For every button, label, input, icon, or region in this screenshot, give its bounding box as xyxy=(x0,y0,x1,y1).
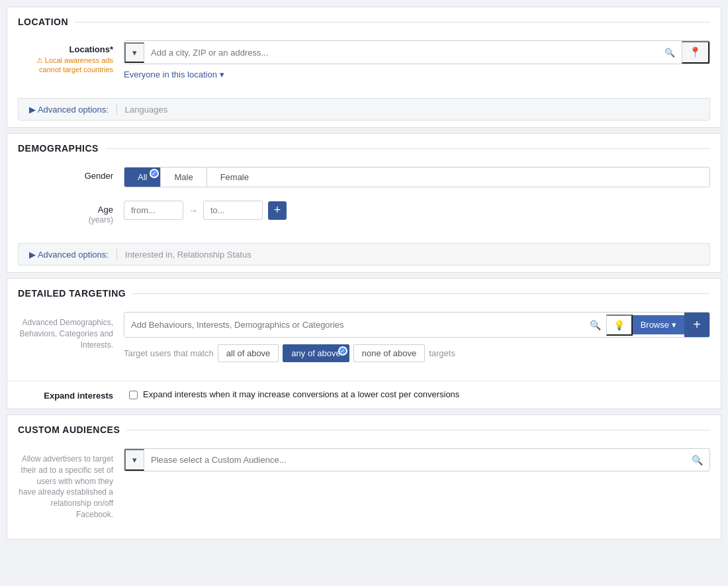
targeting-browse-btn[interactable]: Browse ▾ xyxy=(633,315,684,334)
expand-interests-text: Expand interests when it may increase co… xyxy=(143,389,459,399)
location-advanced-options-bar: ▶ Advanced options: Languages xyxy=(18,98,710,121)
match-none-btn[interactable]: none of above xyxy=(353,344,425,362)
age-content: → + xyxy=(124,201,710,220)
targeting-search-row: 🔍 💡 Browse ▾ + xyxy=(124,312,710,338)
targeting-add-icon: + xyxy=(693,317,701,332)
location-pin-btn[interactable]: 📍 xyxy=(682,41,709,64)
gender-label: Gender xyxy=(18,167,124,181)
match-all-label: all of above xyxy=(226,348,271,358)
custom-audiences-content: ▾ 🔍 xyxy=(124,448,710,471)
match-any-label: any of above xyxy=(291,348,340,358)
custom-audiences-section-title: CUSTOM AUDIENCES xyxy=(18,424,120,435)
age-add-btn[interactable]: + xyxy=(268,201,287,220)
location-search-icon: 🔍 xyxy=(658,44,682,62)
location-advanced-divider xyxy=(116,104,117,115)
everyone-label: Everyone in this location xyxy=(124,70,217,79)
detailed-targeting-divider xyxy=(132,293,710,294)
age-from-input[interactable] xyxy=(124,201,183,220)
location-label: Locations* ⚠ Local awareness ads cannot … xyxy=(18,40,124,75)
location-section-title: LOCATION xyxy=(18,17,68,27)
demographics-advanced-text: Interested in, Relationship Status xyxy=(125,250,251,260)
check-badge: ✓ xyxy=(150,169,159,178)
expand-interests-label: Expand interests xyxy=(18,389,124,401)
age-label: Age (years) xyxy=(18,201,124,224)
location-dropdown-btn[interactable]: ▾ xyxy=(124,42,144,63)
targeting-add-btn[interactable]: + xyxy=(684,313,709,337)
browse-arrow-icon: ▾ xyxy=(672,320,676,330)
expand-interests-content: Expand interests when it may increase co… xyxy=(129,389,459,399)
gender-group: ✓ All Male Female xyxy=(124,167,710,187)
gender-male-btn[interactable]: Male xyxy=(161,168,206,187)
demographics-divider xyxy=(105,148,710,149)
custom-audiences-divider xyxy=(126,430,710,430)
location-divider xyxy=(75,22,710,23)
detailed-targeting-content: 🔍 💡 Browse ▾ + Target users that match xyxy=(124,312,710,362)
gender-content: ✓ All Male Female xyxy=(124,167,710,187)
custom-audience-input-row: ▾ 🔍 xyxy=(124,448,710,471)
everyone-in-location-link[interactable]: Everyone in this location ▾ xyxy=(124,70,224,79)
match-any-checkbadge: ✓ xyxy=(338,346,347,356)
demographics-section-title: DEMOGRAPHICS xyxy=(18,143,99,154)
demographics-advanced-divider xyxy=(116,249,117,260)
targeting-bulb-btn[interactable]: 💡 xyxy=(606,315,633,336)
custom-audience-dropdown-btn[interactable]: ▾ xyxy=(124,449,144,471)
detailed-targeting-label: Advanced Demographics, Behaviors, Catego… xyxy=(18,312,124,350)
age-add-icon: + xyxy=(274,203,281,217)
location-warning: ⚠ Local awareness ads cannot target coun… xyxy=(18,56,113,75)
demographics-advanced-link-label: ▶ Advanced options: xyxy=(29,250,109,260)
match-label: Target users that match xyxy=(124,348,214,358)
detailed-targeting-section-title: DETAILED TARGETING xyxy=(18,288,126,299)
location-advanced-text: Languages xyxy=(125,105,167,115)
custom-audience-dropdown-arrow: ▾ xyxy=(132,455,137,465)
browse-label: Browse xyxy=(641,320,669,330)
custom-audiences-label: Allow advertisers to target their ad to … xyxy=(18,448,124,520)
targeting-search-icon: 🔍 xyxy=(584,315,606,336)
location-input-area: ▾ 🔍 📍 Everyone in this location ▾ xyxy=(124,40,710,79)
location-advanced-link-label: ▶ Advanced options: xyxy=(29,105,109,115)
expand-interests-checkbox[interactable] xyxy=(129,391,138,399)
target-match-row: Target users that match all of above ✓ a… xyxy=(124,344,710,362)
everyone-arrow: ▾ xyxy=(220,70,224,79)
targeting-search-input[interactable] xyxy=(124,315,584,335)
gender-all-btn[interactable]: ✓ All xyxy=(124,168,161,187)
targets-text: targets xyxy=(429,348,455,358)
location-input-row: ▾ 🔍 📍 xyxy=(124,40,710,64)
demographics-advanced-options-bar: ▶ Advanced options: Interested in, Relat… xyxy=(18,243,710,266)
location-dropdown-arrow: ▾ xyxy=(132,48,137,58)
age-to-input[interactable] xyxy=(203,201,263,220)
match-any-btn[interactable]: ✓ any of above xyxy=(283,344,349,362)
match-all-btn[interactable]: all of above xyxy=(218,344,279,362)
expand-interests-row: Expand interests Expand interests when i… xyxy=(7,381,721,409)
gender-female-btn[interactable]: Female xyxy=(207,168,262,187)
match-none-label: none of above xyxy=(362,348,416,358)
location-advanced-options-link[interactable]: ▶ Advanced options: xyxy=(29,105,109,115)
age-arrow-icon: → xyxy=(189,205,198,216)
custom-audience-input[interactable] xyxy=(144,450,685,469)
custom-audience-search-icon: 🔍 xyxy=(685,450,709,470)
age-row: → + xyxy=(124,201,710,220)
location-search-input[interactable] xyxy=(144,44,658,62)
demographics-advanced-options-link[interactable]: ▶ Advanced options: xyxy=(29,250,109,260)
